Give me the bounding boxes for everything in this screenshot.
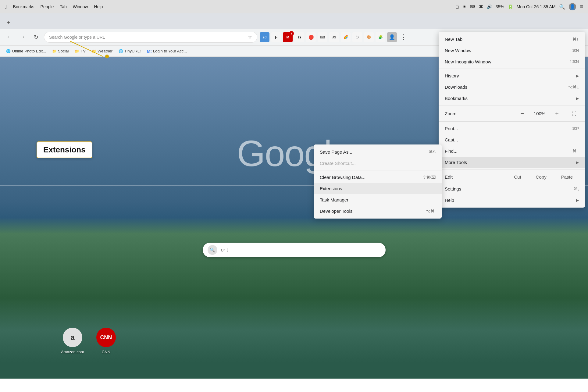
ext-2d-icon[interactable]: 2d [260, 32, 269, 42]
submenu-extensions-label: Extensions [320, 186, 436, 191]
bookmark-online-photo[interactable]: 🌐 Online Photo Edit... [4, 48, 48, 55]
zoom-fullscreen-button[interactable]: ⛶ [569, 109, 579, 118]
menu-find[interactable]: Find... ⌘F [439, 145, 585, 157]
dropbox-icon: ◻ [455, 4, 459, 9]
forward-button[interactable]: → [17, 32, 28, 43]
search-icon[interactable]: 🔍 [559, 4, 565, 10]
zoom-controls: − 100% + ⛶ [517, 109, 579, 118]
bookmark-weather[interactable]: 📁 Weather [89, 48, 115, 55]
bookmark-login[interactable]: M: Login to Your Acc... [144, 48, 190, 55]
ext-puzzle-icon[interactable]: 🧩 [376, 32, 385, 42]
menu-bookmarks-label: Bookmarks [445, 96, 574, 101]
menu-settings-shortcut: ⌘, [574, 187, 579, 191]
menu-new-tab-shortcut: ⌘T [572, 37, 579, 41]
menu-new-window-shortcut: ⌘N [572, 48, 579, 53]
menu-zoom-row: Zoom − 100% + ⛶ [439, 107, 585, 120]
bookmark-tinyurl[interactable]: 🌐 TinyURL! [116, 48, 143, 55]
ext-f-icon[interactable]: F [271, 32, 281, 42]
submenu-save-page[interactable]: Save Page As... ⌘S [314, 146, 442, 158]
ext-js-icon[interactable]: JS [329, 32, 339, 42]
menu-bookmarks-item[interactable]: Bookmarks ▶ [439, 93, 585, 104]
ext-keyboard-icon[interactable]: ⌨ [318, 32, 327, 42]
ext-palette-icon[interactable]: 🎨 [364, 32, 374, 42]
menu-print-shortcut: ⌘P [572, 126, 579, 131]
zoom-minus-button[interactable]: − [517, 109, 527, 118]
apple-menu[interactable]:  [5, 4, 7, 10]
ext-recycle-icon[interactable]: ♻ [294, 32, 304, 42]
search-or-text: or t [221, 247, 228, 253]
menu-help[interactable]: Help [94, 4, 103, 9]
submenu-clear-browsing[interactable]: Clear Browsing Data... ⇧⌘⌫ [314, 172, 442, 183]
menu-history[interactable]: History ▶ [439, 70, 585, 81]
menu-new-tab-label: New Tab [445, 37, 572, 42]
menu-help[interactable]: Help ▶ [439, 194, 585, 206]
macos-menubar:  Bookmarks People Tab Window Help ◻ ✴ ⌨… [0, 0, 588, 13]
paste-button[interactable]: Paste [555, 173, 579, 181]
submenu-save-page-shortcut: ⌘S [429, 150, 436, 154]
address-bar[interactable]: Search Google or type a URL ☆ [44, 32, 257, 43]
chrome-menu-button[interactable]: ⋮ [399, 32, 408, 42]
menu-cast[interactable]: Cast... [439, 134, 585, 145]
zoom-value: 100% [532, 111, 547, 116]
volume-icon: 🔊 [487, 4, 492, 9]
tooltip-connector-dot [105, 55, 109, 58]
menu-more-tools[interactable]: More Tools ▶ [439, 157, 585, 168]
menu-sep-2 [439, 105, 585, 105]
menu-new-incognito[interactable]: New Incognito Window ⇧⌘N [439, 56, 585, 67]
bookmark-social[interactable]: 📁 Social [50, 48, 71, 55]
menu-window[interactable]: Window [73, 4, 88, 9]
ext-timer-icon[interactable]: ⏱ [352, 32, 362, 42]
menu-downloads-label: Downloads [445, 84, 568, 90]
macos-menubar-left:  Bookmarks People Tab Window Help [5, 4, 103, 10]
menu-history-arrow: ▶ [576, 74, 579, 78]
back-button[interactable]: ← [4, 32, 15, 43]
bookmark-star-icon[interactable]: ☆ [248, 34, 252, 40]
submenu-create-shortcut[interactable]: Create Shortcut... [314, 158, 442, 169]
menu-new-window[interactable]: New Window ⌘N [439, 45, 585, 56]
extensions-tooltip-label: Extensions [43, 145, 86, 154]
zoom-plus-button[interactable]: + [552, 109, 562, 118]
menu-print-label: Print... [445, 126, 572, 131]
menu-bookmarks[interactable]: Bookmarks [13, 4, 34, 9]
submenu-create-shortcut-label: Create Shortcut... [320, 161, 436, 166]
extensions-tooltip: Extensions [37, 141, 92, 158]
menu-tab[interactable]: Tab [60, 4, 67, 9]
cnn-label: CNN [102, 350, 110, 354]
shortcut-amazon[interactable]: a Amazon.com [61, 328, 84, 354]
submenu-extensions[interactable]: Extensions [314, 183, 442, 194]
list-icon[interactable]: ≡ [580, 4, 583, 10]
profile-avatar[interactable]: 👤 [387, 32, 397, 42]
cut-button[interactable]: Cut [508, 173, 527, 181]
account-icon[interactable]: 👤 [569, 3, 576, 10]
ext-colorful-icon[interactable]: 🌈 [341, 32, 351, 42]
refresh-button[interactable]: ↻ [30, 32, 41, 43]
bookmark-folder-icon-2: 📁 [75, 49, 79, 53]
new-tab-button[interactable]: + [4, 18, 13, 27]
menu-people[interactable]: People [41, 4, 54, 9]
shortcut-cnn[interactable]: CNN CNN [96, 328, 116, 354]
menu-sep-4 [439, 169, 585, 169]
submenu-dev-tools[interactable]: Developer Tools ⌥⌘I [314, 205, 442, 217]
bookmark-label: Weather [98, 49, 112, 53]
address-text: Search Google or type a URL [49, 35, 105, 40]
menu-find-shortcut: ⌘F [572, 149, 579, 153]
search-bar[interactable]: 🔍 or t [203, 243, 386, 257]
ext-m1-icon[interactable]: M1 [283, 32, 293, 42]
bookmark-label: Login to Your Acc... [153, 49, 187, 53]
extensions-toolbar: 2d F M1 ♻ 🛑 ⌨ JS 🌈 ⏱ 🎨 🧩 👤 ⋮ [260, 32, 408, 42]
menu-print[interactable]: Print... ⌘P [439, 123, 585, 134]
copy-button[interactable]: Copy [530, 173, 553, 181]
menu-help-arrow: ▶ [576, 198, 579, 202]
menu-more-tools-arrow: ▶ [576, 160, 579, 165]
menu-new-tab[interactable]: New Tab ⌘T [439, 34, 585, 45]
menu-settings[interactable]: Settings ⌘, [439, 183, 585, 194]
menu-cast-label: Cast... [445, 137, 579, 142]
menu-history-label: History [445, 73, 574, 78]
submenu-clear-browsing-label: Clear Browsing Data... [320, 175, 423, 180]
menu-sep-1 [439, 69, 585, 69]
ext-stop-icon[interactable]: 🛑 [306, 32, 316, 42]
menu-edit-row: Edit Cut Copy Paste [439, 171, 585, 183]
menu-downloads-shortcut: ⌥⌘L [568, 85, 579, 89]
submenu-task-manager[interactable]: Task Manager [314, 194, 442, 205]
menu-downloads[interactable]: Downloads ⌥⌘L [439, 81, 585, 93]
